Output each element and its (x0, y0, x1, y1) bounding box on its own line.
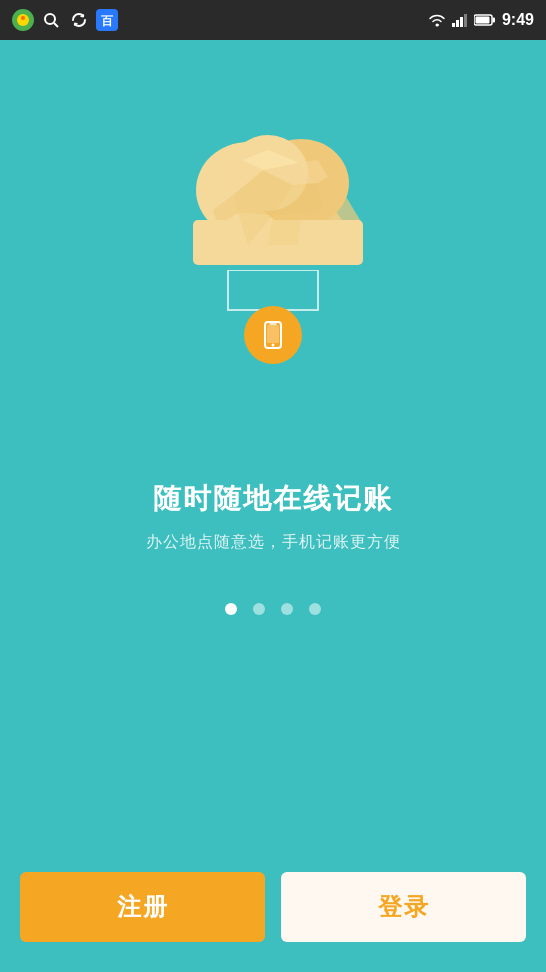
svg-rect-10 (464, 14, 467, 27)
svg-point-37 (272, 344, 275, 347)
svg-rect-33 (228, 270, 318, 310)
svg-rect-12 (492, 18, 495, 23)
dot-3[interactable] (281, 603, 293, 615)
sub-title: 办公地点随意选，手机记账更方便 (146, 532, 401, 553)
register-button[interactable]: 注册 (20, 872, 265, 942)
cloud-illustration (133, 100, 413, 400)
app-icon-1 (12, 9, 34, 31)
dots-indicator (225, 603, 321, 615)
svg-point-6 (435, 24, 438, 27)
dot-1[interactable] (225, 603, 237, 615)
status-bar: 百 9:49 (0, 0, 546, 40)
svg-marker-32 (268, 215, 301, 245)
wifi-icon (428, 13, 446, 27)
phone-icon (258, 320, 288, 350)
main-content: 随时随地在线记账 办公地点随意选，手机记账更方便 (0, 40, 546, 852)
login-button[interactable]: 登录 (281, 872, 526, 942)
status-time: 9:49 (502, 11, 534, 29)
svg-rect-9 (460, 17, 463, 27)
svg-rect-36 (267, 325, 279, 343)
main-title: 随时随地在线记账 (146, 480, 401, 518)
svg-rect-13 (475, 17, 489, 24)
signal-icon (452, 13, 468, 27)
text-section: 随时随地在线记账 办公地点随意选，手机记账更方便 (146, 480, 401, 553)
dot-2[interactable] (253, 603, 265, 615)
baidu-icon: 百 (96, 9, 118, 31)
battery-icon (474, 14, 496, 26)
svg-point-1 (21, 16, 25, 20)
search-icon (40, 9, 62, 31)
svg-rect-8 (456, 20, 459, 27)
sync-icon (68, 9, 90, 31)
svg-rect-7 (452, 23, 455, 27)
svg-line-3 (54, 23, 58, 27)
cloud-svg (153, 100, 393, 280)
svg-text:百: 百 (101, 14, 114, 28)
status-bar-left: 百 (12, 9, 118, 31)
dot-4[interactable] (309, 603, 321, 615)
buttons-section: 注册 登录 (0, 852, 546, 972)
status-bar-right: 9:49 (428, 11, 534, 29)
phone-icon-circle (244, 306, 302, 364)
svg-point-2 (45, 14, 55, 24)
